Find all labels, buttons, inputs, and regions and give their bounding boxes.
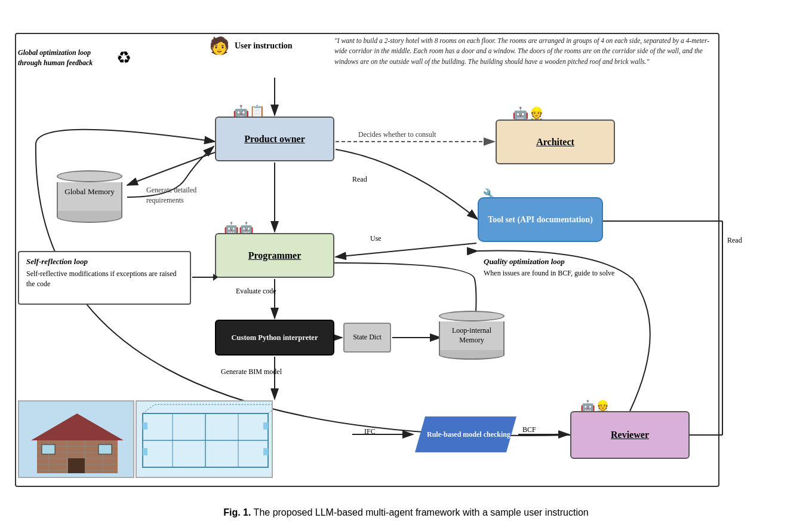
read-label-right: Read bbox=[727, 236, 742, 245]
cylinder-body: Global Memory bbox=[57, 182, 122, 212]
rule-based-box: Rule-based model checking bbox=[415, 416, 516, 452]
svg-rect-43 bbox=[263, 422, 268, 430]
cylinder-bottom bbox=[57, 211, 122, 223]
recycle-icon: ♻ bbox=[116, 48, 131, 68]
main-container: { "diagram": { "title": "Fig. 1. The pro… bbox=[0, 0, 812, 527]
read-text-po: Read bbox=[352, 175, 367, 183]
cylinder-top bbox=[57, 170, 122, 182]
quality-loop-title: Quality optimization loop bbox=[484, 257, 669, 266]
state-dict-box: State Dict bbox=[343, 323, 391, 353]
quote-box: "I want to build a 2-story hotel with 8 … bbox=[334, 36, 710, 67]
svg-rect-31 bbox=[42, 445, 55, 454]
bcf-label: BCF bbox=[522, 425, 536, 434]
product-owner-label: Product owner bbox=[244, 134, 304, 145]
rule-based-label: Rule-based model checking bbox=[427, 430, 510, 440]
loop-cyl-body: Loop-internal Memory bbox=[439, 321, 505, 351]
user-instruction-label: User instruction bbox=[235, 41, 293, 51]
svg-rect-30 bbox=[68, 458, 85, 473]
global-memory-text: Global Memory bbox=[58, 182, 121, 197]
svg-rect-41 bbox=[143, 422, 147, 430]
use-text: Use bbox=[370, 234, 382, 243]
eval-code-label: Evaluate code bbox=[236, 287, 276, 296]
architect-box: Architect bbox=[496, 120, 615, 164]
svg-rect-44 bbox=[263, 448, 268, 455]
programmer-label: Programmer bbox=[248, 250, 302, 261]
global-opt-label: Global optimization loop through human f… bbox=[18, 48, 113, 68]
caption-fig: Fig. 1. bbox=[223, 507, 251, 517]
sr-prog-arrow bbox=[192, 277, 214, 278]
gen-bim-label: Generate BIM model bbox=[221, 367, 282, 376]
use-label: Use bbox=[370, 234, 382, 243]
bcf-text: BCF bbox=[522, 425, 536, 434]
python-interpreter-box: Custom Python interpreter bbox=[215, 320, 334, 356]
read-text-right: Read bbox=[727, 236, 742, 244]
global-memory-cylinder: Global Memory bbox=[57, 170, 122, 223]
building-image-1 bbox=[18, 400, 134, 478]
python-label: Custom Python interpreter bbox=[232, 333, 318, 342]
arrow-head bbox=[213, 274, 218, 281]
state-dict-label: State Dict bbox=[353, 333, 382, 342]
read-label-po: Read bbox=[352, 175, 367, 184]
gen-req-text: Generate detailed requirements bbox=[146, 186, 196, 204]
eval-code-text: Evaluate code bbox=[236, 287, 276, 295]
quality-loop-text: When issues are found in BCF, guide to s… bbox=[484, 269, 669, 278]
gen-req-label: Generate detailed requirements bbox=[146, 185, 212, 206]
toolset-box: Tool set (API documentation) bbox=[478, 197, 603, 242]
svg-rect-32 bbox=[99, 445, 112, 454]
loop-memory-cylinder: Loop-internal Memory bbox=[439, 311, 505, 360]
caption-text: The proposed LLM-based multi-agent frame… bbox=[254, 507, 589, 517]
building-svg-1 bbox=[19, 402, 134, 478]
reviewer-box: Reviewer bbox=[570, 411, 690, 459]
self-reflection-title: Self-reflection loop bbox=[26, 257, 183, 266]
programmer-box: Programmer bbox=[215, 233, 334, 278]
ifc-label: IFC bbox=[364, 427, 376, 436]
building-image-2 bbox=[136, 400, 273, 478]
architect-label: Architect bbox=[536, 137, 574, 148]
toolset-label: Tool set (API documentation) bbox=[488, 214, 593, 226]
reviewer-label: Reviewer bbox=[611, 430, 649, 440]
quality-loop-box: Quality optimization loop When issues ar… bbox=[484, 257, 669, 278]
decides-text: Decides whether to consult bbox=[358, 130, 436, 139]
loop-memory-label: Loop-internal Memory bbox=[440, 326, 503, 345]
user-icon: 🧑 bbox=[209, 36, 230, 56]
decides-label: Decides whether to consult bbox=[358, 130, 436, 139]
loop-cyl-top bbox=[439, 311, 505, 321]
user-instruction: 🧑 User instruction bbox=[209, 36, 293, 56]
figure-caption: Fig. 1. The proposed LLM-based multi-age… bbox=[0, 507, 812, 518]
product-owner-box: Product owner bbox=[215, 117, 334, 161]
loop-cyl-bottom bbox=[439, 350, 505, 360]
svg-rect-42 bbox=[143, 448, 147, 455]
self-reflection-box: Self-reflection loop Self-reflective mod… bbox=[18, 251, 191, 305]
gen-bim-text: Generate BIM model bbox=[221, 367, 282, 376]
building-svg-2 bbox=[137, 402, 273, 478]
self-reflection-text: Self-reflective modifications if excepti… bbox=[26, 269, 183, 289]
ifc-text: IFC bbox=[364, 427, 376, 436]
quote-text: "I want to build a 2-story hotel with 8 … bbox=[334, 37, 709, 65]
svg-line-3 bbox=[336, 243, 476, 257]
